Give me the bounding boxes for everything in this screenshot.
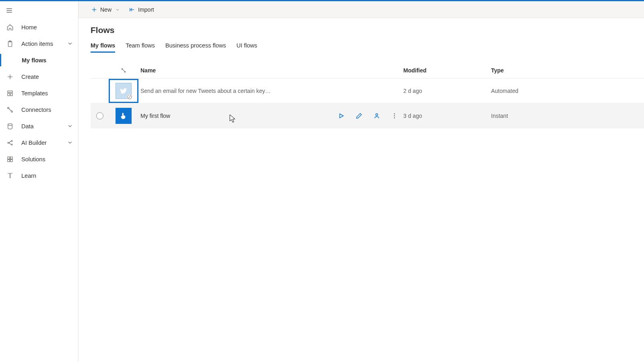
warning-badge-icon [127, 94, 132, 100]
chevron-down-icon [68, 41, 72, 47]
svg-rect-18 [8, 157, 10, 159]
sidebar-item-data[interactable]: Data [0, 118, 78, 134]
sidebar-item-label: Templates [21, 90, 48, 97]
table-header: Name Modified Type [91, 62, 644, 78]
learn-icon [6, 172, 14, 180]
svg-rect-9 [11, 93, 13, 96]
twitter-icon [120, 87, 128, 95]
svg-point-15 [11, 144, 12, 145]
sidebar-item-label: Connectors [21, 107, 51, 113]
svg-point-31 [376, 113, 378, 115]
sidebar-item-label: Action items [21, 41, 53, 47]
svg-rect-21 [10, 159, 12, 161]
home-icon [6, 23, 14, 31]
tabs: My flows Team flows Business process flo… [91, 40, 644, 53]
share-button[interactable] [373, 112, 381, 120]
svg-point-14 [11, 140, 12, 142]
tab-label: Business process flows [165, 42, 226, 49]
share-icon [374, 113, 380, 119]
sidebar-item-label: My flows [22, 57, 46, 64]
sidebar-item-label: Solutions [21, 156, 45, 162]
table-row[interactable]: My first flow [91, 103, 644, 128]
sidebar-item-create[interactable]: Create [0, 68, 78, 85]
play-icon [338, 113, 345, 119]
sidebar-item-label: Data [21, 123, 34, 130]
svg-rect-20 [8, 159, 10, 161]
more-button[interactable] [390, 112, 398, 120]
svg-point-11 [11, 111, 13, 112]
tab-my-flows[interactable]: My flows [91, 40, 115, 53]
sidebar-item-ai-builder[interactable]: AI Builder [0, 134, 78, 151]
tab-label: My flows [91, 42, 115, 49]
plus-icon [6, 73, 14, 81]
column-name[interactable]: Name [138, 67, 403, 74]
svg-point-34 [394, 117, 395, 118]
sidebar-item-connectors[interactable]: Connectors [0, 101, 78, 118]
tab-ui-flows[interactable]: UI flows [236, 40, 257, 53]
templates-icon [6, 89, 14, 97]
solutions-icon [6, 155, 14, 163]
column-type[interactable]: Type [491, 67, 644, 74]
tab-label: Team flows [126, 42, 155, 49]
sidebar-item-solutions[interactable]: Solutions [0, 151, 78, 167]
connectors-icon [6, 106, 14, 114]
svg-point-12 [8, 123, 12, 125]
sidebar-item-label: AI Builder [21, 140, 47, 146]
ai-builder-icon [6, 139, 14, 147]
page-title: Flows [91, 25, 644, 35]
svg-rect-7 [8, 91, 12, 93]
run-button[interactable] [337, 112, 345, 120]
flow-thumb-button [116, 108, 132, 124]
flow-modified: 3 d ago [403, 113, 491, 119]
more-vertical-icon [391, 113, 398, 119]
sidebar-item-label: Home [21, 24, 37, 31]
svg-point-33 [394, 115, 395, 116]
import-icon [129, 7, 135, 12]
svg-point-13 [8, 142, 9, 143]
sidebar-item-label: Learn [21, 173, 36, 179]
sidebar-item-action-items[interactable]: Action items [0, 35, 78, 52]
svg-point-32 [394, 113, 395, 114]
new-button[interactable]: New [87, 1, 124, 18]
sidebar-item-templates[interactable]: Templates [0, 85, 78, 101]
tab-label: UI flows [236, 42, 257, 49]
svg-line-16 [9, 141, 11, 143]
svg-rect-8 [8, 93, 10, 96]
import-label: Import [138, 6, 154, 13]
sidebar-item-learn[interactable]: Learn [0, 167, 78, 184]
flows-table: Name Modified Type [91, 62, 644, 128]
plus-icon [91, 7, 97, 12]
chevron-down-icon [68, 140, 72, 146]
flow-name[interactable]: Send an email for new Tweets about a cer… [140, 88, 270, 94]
chevron-down-icon [68, 123, 72, 130]
hamburger-button[interactable] [0, 2, 78, 19]
row-select-radio[interactable] [96, 112, 103, 119]
svg-rect-19 [10, 157, 12, 159]
flow-type-icon-column[interactable] [109, 68, 138, 73]
tab-team-flows[interactable]: Team flows [126, 40, 155, 53]
svg-marker-30 [340, 114, 343, 118]
sidebar: Home Action items My flows Create Templa [0, 1, 78, 362]
tab-business-process-flows[interactable]: Business process flows [165, 40, 226, 53]
new-label: New [100, 6, 111, 13]
column-modified[interactable]: Modified [403, 67, 491, 74]
command-bar: New Import [78, 1, 644, 18]
sidebar-item-my-flows[interactable]: My flows [0, 52, 78, 68]
sidebar-item-home[interactable]: Home [0, 19, 78, 35]
svg-line-17 [9, 143, 11, 145]
import-button[interactable]: Import [124, 1, 159, 18]
row-actions [337, 112, 398, 120]
clipboard-icon [6, 40, 14, 48]
touch-icon [120, 112, 128, 120]
pencil-icon [356, 113, 362, 119]
svg-point-10 [8, 107, 9, 109]
sidebar-item-label: Create [21, 74, 39, 80]
chevron-down-icon [116, 6, 120, 13]
table-row[interactable]: Send an email for new Tweets about a cer… [91, 78, 644, 103]
flow-thumb-twitter [116, 83, 132, 99]
flow-modified: 2 d ago [403, 88, 491, 94]
flow-name[interactable]: My first flow [140, 113, 170, 119]
hamburger-icon [6, 7, 13, 14]
edit-button[interactable] [355, 112, 363, 120]
data-icon [6, 122, 14, 130]
